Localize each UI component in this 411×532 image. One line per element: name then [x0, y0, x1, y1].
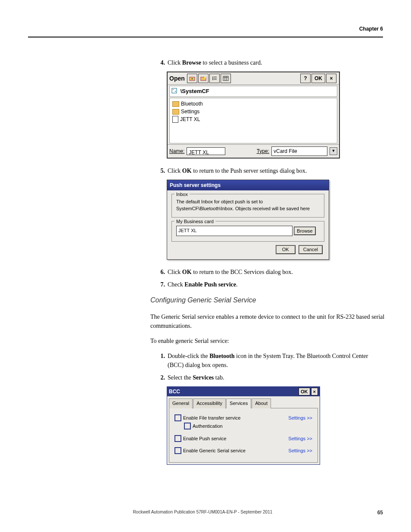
file-name: Bluetooth: [181, 100, 203, 108]
settings-link-push[interactable]: Settings >>: [288, 435, 312, 442]
cancel-button[interactable]: Cancel: [299, 245, 323, 254]
ok-button[interactable]: OK: [299, 388, 310, 396]
svg-rect-6: [214, 78, 217, 78]
checkbox-generic-serial[interactable]: [174, 447, 181, 454]
bcc-title: BCC: [169, 388, 180, 395]
step-6-b: to return to the BCC Services dialog box…: [192, 269, 293, 275]
step-4-text: Click Browse to select a business card.: [168, 58, 386, 67]
step-7-text: Check Enable Push service.: [168, 280, 386, 289]
svg-rect-7: [212, 79, 213, 80]
bc-legend: My Business card: [174, 218, 215, 225]
bcc-dialog: BCC OK × General Accessibility Services …: [167, 386, 320, 465]
serial-step-1-number: 1.: [155, 352, 165, 370]
checkbox-file-transfer[interactable]: [174, 414, 181, 421]
tab-general[interactable]: General: [169, 398, 193, 408]
step-5-b: to return to the Push server settings di…: [192, 168, 307, 174]
business-card-input[interactable]: JETT XL: [176, 226, 293, 236]
svg-rect-8: [214, 79, 217, 80]
file-name: JETT XL: [180, 115, 200, 123]
svg-point-14: [173, 89, 174, 90]
settings-link-serial[interactable]: Settings >>: [288, 447, 312, 454]
step-5-number: 5.: [155, 166, 165, 175]
open-dialog-title: Open: [169, 74, 185, 83]
new-folder-icon[interactable]: [198, 74, 209, 83]
svg-rect-5: [212, 78, 213, 79]
s1-b: Bluetooth: [209, 353, 234, 359]
folder-icon: [172, 101, 179, 107]
step-5-bold: OK: [182, 168, 192, 174]
s2-a: Select the: [168, 374, 193, 381]
serial-step-2-text: Select the Services tab.: [168, 373, 386, 382]
settings-link-file[interactable]: Settings >>: [288, 414, 312, 422]
ok-button[interactable]: OK: [311, 74, 325, 83]
checkbox-push-service[interactable]: [174, 435, 181, 442]
step-5-text: Click OK to return to the Push server se…: [168, 166, 386, 175]
step-4-b: to select a business card.: [201, 59, 262, 66]
location-bar[interactable]: \SystemCF: [169, 86, 337, 97]
step-6-text: Click OK to return to the BCC Services d…: [168, 268, 386, 277]
serial-step-2-number: 2.: [155, 373, 165, 382]
tab-services[interactable]: Services: [226, 398, 251, 408]
s2-b: Services: [193, 374, 214, 381]
services-panel: Enable File transfer service Authenticat…: [169, 408, 318, 463]
svg-rect-9: [223, 76, 228, 81]
push-dialog-title: Push server settings: [167, 180, 329, 190]
inbox-legend: Inbox: [174, 191, 190, 198]
step-7-bold: Enable Push service: [184, 281, 236, 288]
close-button[interactable]: ×: [311, 388, 318, 396]
svc-authentication-label: Authentication: [193, 423, 223, 430]
list-item[interactable]: Settings: [172, 108, 334, 115]
checkbox-authentication[interactable]: [184, 423, 191, 429]
svc-file-transfer-label: Enable File transfer service: [183, 414, 240, 422]
step-4-bold: Browse: [182, 59, 201, 66]
svc-serial-label: Enable Generic Serial service: [183, 447, 246, 454]
inbox-fieldset: Inbox The default Inbox for object push …: [171, 194, 324, 218]
close-button[interactable]: ×: [326, 74, 336, 83]
step-7-number: 7.: [155, 280, 165, 289]
list-item[interactable]: Bluetooth: [172, 100, 334, 108]
s2-c: tab.: [214, 374, 224, 381]
svc-push-label: Enable Push service: [183, 435, 226, 442]
serial-step-1-text: Double-click the Bluetooth icon in the S…: [168, 352, 386, 370]
file-name: Settings: [181, 108, 199, 115]
ok-button[interactable]: OK: [276, 245, 296, 254]
svg-point-2: [204, 77, 206, 78]
svg-point-15: [175, 91, 176, 92]
svg-rect-4: [214, 77, 217, 77]
push-server-dialog: Push server settings Inbox The default I…: [167, 180, 329, 259]
footer-publication: Rockwell Automation Publication 57RF-UM0…: [28, 510, 377, 516]
step-6-bold: OK: [182, 269, 192, 275]
up-folder-icon[interactable]: [187, 74, 197, 83]
name-input[interactable]: JETT XL: [187, 147, 225, 155]
file-list[interactable]: Bluetooth Settings JETT XL: [169, 98, 337, 143]
tab-about[interactable]: About: [252, 398, 271, 408]
folder-icon: [172, 109, 179, 115]
document-icon: [172, 116, 178, 123]
svg-rect-13: [172, 88, 177, 93]
open-dialog: Open ? OK ×: [167, 72, 340, 159]
list-view-icon[interactable]: [209, 74, 220, 83]
help-button[interactable]: ?: [300, 74, 311, 83]
chapter-label: Chapter 6: [359, 26, 383, 32]
chevron-down-icon[interactable]: ▼: [330, 147, 337, 155]
list-item[interactable]: JETT XL: [172, 115, 334, 123]
details-view-icon[interactable]: [221, 74, 231, 83]
footer-page-number: 65: [377, 510, 383, 516]
header-rule: [28, 37, 383, 37]
browse-button[interactable]: Browse: [294, 227, 316, 236]
location-text: \SystemCF: [181, 88, 209, 94]
type-select[interactable]: vCard File: [271, 146, 327, 156]
step-4-a: Click: [168, 59, 182, 66]
step-7-a: Check: [168, 281, 184, 288]
svg-rect-3: [212, 77, 213, 78]
lead-paragraph: To enable generic Serial service:: [150, 336, 386, 345]
step-5-a: Click: [168, 168, 182, 174]
name-label: Name:: [169, 147, 184, 155]
business-card-fieldset: My Business card JETT XL Browse: [171, 221, 324, 242]
step-6-number: 6.: [155, 268, 165, 277]
step-6-a: Click: [168, 269, 182, 275]
type-label: Type:: [257, 147, 269, 155]
tab-accessibility[interactable]: Accessibility: [193, 398, 226, 408]
s1-a: Double-click the: [168, 353, 209, 359]
step-4-number: 4.: [155, 58, 165, 67]
